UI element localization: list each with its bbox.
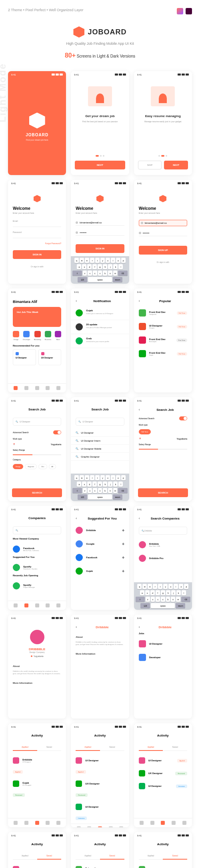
advanced-toggle[interactable] xyxy=(53,430,61,434)
company-item[interactable]: Dribbble➕ xyxy=(71,524,129,537)
signin-link[interactable]: Or sign in with xyxy=(139,261,187,263)
chip-design[interactable]: Design xyxy=(13,464,23,469)
tab-applied[interactable]: Applied xyxy=(13,744,37,751)
forgot-link[interactable]: Forgot Password? xyxy=(13,242,61,245)
company-item[interactable]: Dribbble Pro xyxy=(134,551,192,565)
company-item[interactable]: FacebookMenlo Park, California xyxy=(8,542,66,556)
suggestion-item[interactable]: 🔍 Graphic Designer xyxy=(71,453,129,461)
back-icon[interactable]: ‹ xyxy=(76,625,77,629)
tab-companies-icon[interactable] xyxy=(24,603,28,607)
tab-search-icon[interactable] xyxy=(24,386,28,390)
suggestion-item[interactable]: 🔍 UI Designer xyxy=(71,429,129,437)
job-list-item[interactable]: Front End DevTokopediaFull Time xyxy=(134,306,192,320)
tab-search-icon[interactable] xyxy=(24,821,28,825)
search-button[interactable]: SEARCH xyxy=(138,488,188,497)
job-card[interactable]: UX Designer xyxy=(38,349,62,365)
tab-home-icon[interactable] xyxy=(14,603,18,607)
keyboard[interactable]: qwertyuiop asdfghjkl ⇧zxcvbnm⌫ 123spacer… xyxy=(134,582,192,610)
tab-profile-icon[interactable] xyxy=(56,386,60,390)
search-input[interactable]: 🔍 xyxy=(13,526,61,534)
tab-activity-icon[interactable] xyxy=(161,821,165,825)
back-icon[interactable]: ‹ xyxy=(139,516,140,520)
tab-profile-icon[interactable] xyxy=(182,821,186,825)
job-list-item[interactable]: Front End DevBukalapakPart Time xyxy=(134,333,192,347)
category-more[interactable]: More xyxy=(55,331,61,340)
back-icon[interactable]: ‹ xyxy=(76,299,77,303)
activity-item[interactable]: UI Designer xyxy=(71,800,129,813)
notification-item[interactable]: 20 updatenew job as Product Manager post… xyxy=(71,320,129,334)
tab-message-icon[interactable] xyxy=(46,386,50,390)
password-input[interactable]: •••••••• xyxy=(139,230,187,236)
skip-button[interactable]: SKIP xyxy=(138,161,162,169)
activity-item[interactable]: UX Designer xyxy=(71,777,129,790)
company-item[interactable]: Facebook➕ xyxy=(71,551,129,564)
activity-item[interactable]: UI Designer xyxy=(71,754,129,767)
signin-button[interactable]: SIGN IN xyxy=(13,250,61,259)
tab-applied[interactable]: Applied xyxy=(76,744,100,751)
back-icon[interactable]: ‹ xyxy=(76,516,77,520)
saved-item[interactable]: Tokopedia xyxy=(8,863,66,868)
email-input[interactable]: bimantara@email.co xyxy=(76,220,124,226)
tab-search-icon[interactable] xyxy=(150,821,154,825)
suggestion-item[interactable]: 🔍 UI Designer Mobile xyxy=(71,445,129,453)
tab-profile-icon[interactable] xyxy=(119,826,123,827)
category-dev[interactable]: Developer xyxy=(23,331,30,340)
job-item[interactable]: UI Designer xyxy=(134,637,192,651)
tab-activity-icon[interactable] xyxy=(35,603,39,607)
back-icon[interactable]: ‹ xyxy=(139,299,140,303)
tab-applied[interactable]: Applied xyxy=(139,744,163,751)
salary-slider[interactable] xyxy=(139,449,187,450)
next-button[interactable]: NEXT xyxy=(75,161,125,169)
signin-button[interactable]: SIGN IN xyxy=(76,244,124,253)
job-list-item[interactable]: UI DesignerShopeeFull Time xyxy=(134,320,192,333)
salary-slider[interactable] xyxy=(13,454,61,455)
tab-applied[interactable]: Applied xyxy=(76,852,100,860)
tab-applied[interactable]: Applied xyxy=(13,852,37,860)
job-card[interactable]: UI Designer xyxy=(13,349,36,365)
notification-item[interactable]: Grabinterested to your resume profile xyxy=(71,334,129,348)
keyboard[interactable]: qwertyuiop asdfghjkl ⇧zxcvbnm⌫ 123spacer… xyxy=(71,474,129,501)
tab-saved[interactable]: Saved xyxy=(37,744,62,751)
chip-engineer[interactable]: Engineer xyxy=(25,464,37,469)
activity-item[interactable]: DribbbleUI Designer xyxy=(8,754,66,767)
tab-activity-icon[interactable] xyxy=(35,386,39,390)
tab-saved[interactable]: Saved xyxy=(100,852,124,860)
company-item[interactable]: Gojek➕ xyxy=(71,564,129,578)
company-item[interactable]: SpotifyStockholm, Sweden xyxy=(8,561,66,574)
tab-activity-icon[interactable] xyxy=(98,826,102,827)
tab-message-icon[interactable] xyxy=(172,821,176,825)
chip-all[interactable]: All xyxy=(49,464,56,469)
category-marketing[interactable]: Marketing xyxy=(34,331,41,340)
tab-home-icon[interactable] xyxy=(140,821,144,825)
saved-item[interactable]: Tokopedia xyxy=(134,863,192,868)
tab-saved[interactable]: Saved xyxy=(37,852,62,860)
search-input[interactable]: 🔍 Dribbble xyxy=(139,527,187,535)
activity-item[interactable]: UI DesignerInterview xyxy=(134,780,192,792)
back-icon[interactable]: ‹ xyxy=(139,408,140,412)
search-input[interactable]: 🔍 UI Designer xyxy=(13,418,61,426)
tab-home-icon[interactable] xyxy=(77,826,81,827)
job-list-item[interactable]: Front End DevGojekFull Time xyxy=(134,347,192,360)
back-icon[interactable]: ‹ xyxy=(139,625,140,629)
company-item[interactable]: DribbbleNew York, USA xyxy=(134,538,192,551)
category-business[interactable]: Business xyxy=(45,331,51,340)
activity-item[interactable]: UI DesignerApplied xyxy=(134,754,192,767)
signup-button[interactable]: SIGN UP xyxy=(139,246,187,255)
email-input[interactable] xyxy=(13,223,61,227)
keyboard[interactable]: qwertyuiop asdfghjkl ⇧zxcvbnm⌫ 123spacer… xyxy=(71,256,129,284)
tab-home-icon[interactable] xyxy=(14,386,18,390)
tab-saved[interactable]: Saved xyxy=(163,744,187,751)
saved-item[interactable]: TokopediaUI Designer xyxy=(71,863,129,868)
next-button[interactable]: NEXT xyxy=(164,161,188,169)
company-item[interactable]: Google➕ xyxy=(71,537,129,551)
category-design[interactable]: Design xyxy=(13,331,19,340)
tab-message-icon[interactable] xyxy=(46,603,50,607)
advanced-toggle[interactable] xyxy=(179,416,187,420)
promo-card[interactable]: Hot Job This Week xyxy=(13,307,61,327)
activity-item[interactable]: GojekUX Designer xyxy=(8,777,66,790)
notification-item[interactable]: Gojekinvites you to interview as UI Desi… xyxy=(71,306,129,320)
tab-message-icon[interactable] xyxy=(46,821,50,825)
job-item[interactable]: Developer xyxy=(134,651,192,664)
tab-message-icon[interactable] xyxy=(109,826,113,827)
chip-fulltime[interactable]: Full Time xyxy=(139,429,151,434)
